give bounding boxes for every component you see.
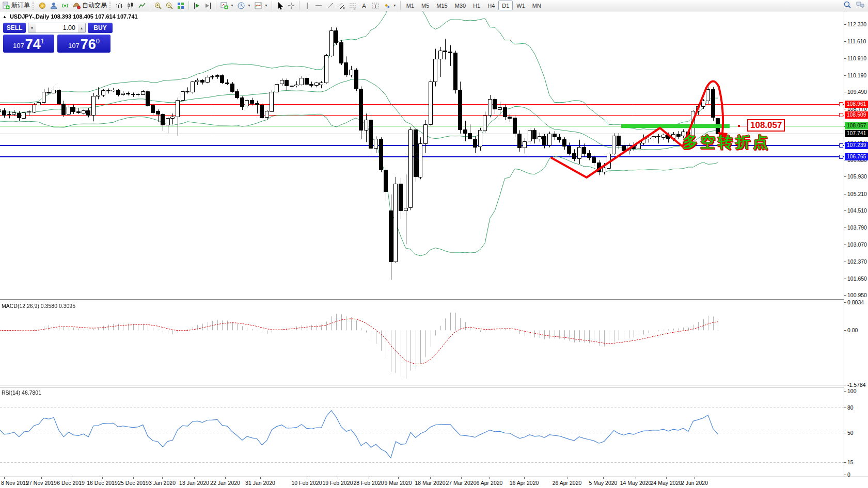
date-label: 6 Apr 2020 <box>477 480 503 486</box>
date-label: 9 Mar 2020 <box>384 480 412 486</box>
auto-trading-label: 自动交易 <box>82 1 107 10</box>
date-tick <box>695 477 695 479</box>
volume-value[interactable]: 1.00 <box>36 23 78 32</box>
chat-icon[interactable] <box>856 1 865 9</box>
axis-tick <box>844 41 846 42</box>
toolbar-separator <box>272 1 272 10</box>
horizontal-line-icon <box>314 2 323 10</box>
cursor-button[interactable] <box>274 1 286 11</box>
timeframe-m5[interactable]: M5 <box>418 1 433 10</box>
svg-text:A: A <box>362 2 366 9</box>
timeframe-mn[interactable]: MN <box>529 1 545 10</box>
svg-text:F: F <box>354 7 356 10</box>
date-label: 10 Feb 2020 <box>292 480 322 486</box>
collapse-arrow-icon[interactable]: ▲ <box>3 14 7 19</box>
rsi-scale-label: 50 <box>847 430 854 436</box>
text-button[interactable]: A <box>358 1 370 11</box>
sell-price-figure: 107 <box>13 42 24 50</box>
new-chart-button[interactable]: ▼ <box>218 1 235 11</box>
line-chart-button[interactable] <box>136 1 148 11</box>
channel-button[interactable]: E <box>336 1 347 11</box>
price-axis[interactable]: 112.330111.610110.910110.190109.490108.7… <box>844 11 868 477</box>
axis-tick <box>844 194 846 194</box>
sell-button[interactable]: SELL <box>3 23 26 33</box>
signal-button[interactable] <box>59 1 71 11</box>
toolbar-grip <box>109 2 112 10</box>
toolbar-separator <box>400 1 401 10</box>
date-tick <box>461 477 462 479</box>
mt4-window: 新订单 自动交易 ▼ ▼ ▼ E F A T ▼ <box>0 0 868 488</box>
rsi-canvas[interactable] <box>0 387 844 477</box>
chevron-down-icon: ▼ <box>393 4 397 7</box>
timeframe-m30[interactable]: M30 <box>451 1 469 10</box>
rsi-scale-label: 15 <box>847 459 854 465</box>
bar-chart-button[interactable] <box>114 1 125 11</box>
toolbar: 新订单 自动交易 ▼ ▼ ▼ E F A T ▼ <box>0 0 868 11</box>
text-label-button[interactable]: T <box>370 1 381 11</box>
axis-tick <box>844 109 846 109</box>
periods-button[interactable]: ▼ <box>235 1 252 11</box>
sell-price[interactable]: 107741 <box>3 35 54 53</box>
axis-tick <box>844 295 846 296</box>
date-tick <box>338 477 338 479</box>
auto-scroll-button[interactable] <box>202 1 214 11</box>
trendline-icon <box>326 2 334 10</box>
panel-separator[interactable] <box>0 299 868 300</box>
buy-button[interactable]: BUY <box>88 23 113 33</box>
date-tick <box>369 477 369 479</box>
date-axis[interactable]: 8 Nov 201927 Nov 20196 Dec 201916 Dec 20… <box>0 477 868 488</box>
timeframe-m15[interactable]: M15 <box>433 1 451 10</box>
sell-price-pips: 74 <box>25 38 41 51</box>
clock-icon <box>237 2 245 10</box>
channel-icon: E <box>337 2 345 10</box>
date-label: 26 Apr 2020 <box>553 480 582 486</box>
axis-tick <box>844 210 846 211</box>
profile-button[interactable] <box>48 1 59 11</box>
zoom-in-button[interactable] <box>152 1 164 11</box>
macd-canvas[interactable] <box>0 301 844 385</box>
timeframe-h1[interactable]: H1 <box>469 1 484 10</box>
price-tick-label: 105.210 <box>847 191 867 197</box>
timeframe-h4[interactable]: H4 <box>484 1 498 10</box>
shapes-button[interactable]: ▼ <box>381 1 398 11</box>
price-tick-label: 102.370 <box>847 258 867 265</box>
search-icon[interactable] <box>843 1 851 9</box>
timeframe-m1[interactable]: M1 <box>403 1 418 10</box>
fibonacci-button[interactable]: F <box>347 1 358 11</box>
price-tag: 107.239 <box>845 142 868 149</box>
auto-trading-button[interactable]: 自动交易 <box>71 1 108 11</box>
price-callout[interactable]: 108.057 <box>747 119 785 132</box>
timeframe-d1[interactable]: D1 <box>498 1 513 10</box>
timeframe-w1[interactable]: W1 <box>513 1 529 10</box>
quotes-button[interactable] <box>37 1 48 11</box>
trendline-button[interactable] <box>324 1 336 11</box>
date-tick <box>71 477 71 479</box>
price-tick-label: 109.490 <box>847 89 867 95</box>
date-label: 28 Feb 2020 <box>354 480 384 486</box>
crosshair-button[interactable] <box>286 1 297 11</box>
zoom-out-button[interactable] <box>164 1 175 11</box>
annotation-text[interactable]: 多空转折点 <box>683 132 770 153</box>
crosshair-icon <box>287 2 295 10</box>
axis-tick <box>844 176 846 177</box>
indicators-button[interactable]: ▼ <box>252 1 270 11</box>
price-chart-canvas[interactable] <box>0 11 844 299</box>
panel-separator[interactable] <box>0 385 868 385</box>
axis-tick <box>844 302 846 303</box>
volume-increase-button[interactable]: ▲ <box>78 23 85 32</box>
tile-windows-button[interactable] <box>175 1 186 11</box>
candle-chart-button[interactable] <box>125 1 136 11</box>
new-order-button[interactable]: 新订单 <box>0 1 31 11</box>
horizontal-line-button[interactable] <box>313 1 324 11</box>
chart-shift-button[interactable] <box>191 1 202 11</box>
date-tick <box>162 477 163 479</box>
volume-decrease-button[interactable]: ▼ <box>28 23 36 32</box>
price-tag: 108.961 <box>845 101 868 108</box>
buy-price[interactable]: 107760 <box>57 35 111 53</box>
timeframe-bar: M1M5M15M30H1H4D1W1MN <box>403 1 545 10</box>
vertical-line-button[interactable] <box>302 1 313 11</box>
date-label: 16 Dec 2019 <box>87 480 118 486</box>
date-tick <box>636 477 636 479</box>
date-tick <box>260 477 261 479</box>
date-tick <box>666 477 667 479</box>
